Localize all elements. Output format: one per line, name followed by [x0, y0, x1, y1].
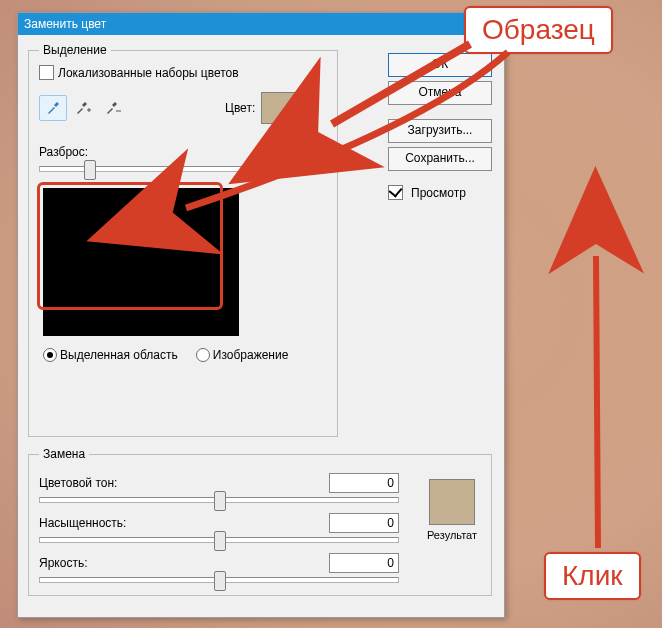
lightness-input[interactable]: 0: [329, 553, 399, 573]
saturation-slider[interactable]: [39, 537, 399, 543]
radio-selection-label: Выделенная область: [60, 348, 178, 362]
radio-image-label: Изображение: [213, 348, 289, 362]
eyedropper-icon: [45, 100, 61, 116]
fuzziness-input[interactable]: 34: [285, 142, 327, 162]
dialog-title: Заменить цвет: [18, 13, 504, 35]
hue-input[interactable]: 0: [329, 473, 399, 493]
selection-group: Выделение Локализованные наборы цветов: [28, 43, 338, 437]
lightness-thumb[interactable]: [214, 571, 226, 591]
selection-preview: ◆▪: [43, 188, 239, 336]
save-button[interactable]: Сохранить...: [388, 147, 492, 171]
lightness-slider[interactable]: [39, 577, 399, 583]
lightness-label: Яркость:: [39, 556, 147, 570]
radio-selection[interactable]: Выделенная область: [43, 348, 178, 362]
hue-slider[interactable]: [39, 497, 399, 503]
localized-colors-row[interactable]: Локализованные наборы цветов: [39, 65, 327, 80]
radio-dot-icon: [196, 348, 210, 362]
saturation-input[interactable]: 0: [329, 513, 399, 533]
hue-label: Цветовой тон:: [39, 476, 147, 490]
ok-button[interactable]: ОК: [388, 53, 492, 77]
preview-checkbox-label: Просмотр: [411, 186, 466, 200]
eyedropper-add-tool[interactable]: [69, 95, 97, 121]
selection-group-legend: Выделение: [39, 43, 111, 57]
localized-colors-checkbox[interactable]: [39, 65, 54, 80]
replace-color-dialog: Заменить цвет Выделение Локализованные н…: [17, 12, 505, 618]
radio-image[interactable]: Изображение: [196, 348, 289, 362]
eyedropper-tool[interactable]: [39, 95, 67, 121]
fuzziness-label: Разброс:: [39, 145, 88, 159]
preview-checkbox[interactable]: [388, 185, 403, 200]
localized-colors-label: Локализованные наборы цветов: [58, 66, 239, 80]
result-label: Результат: [423, 529, 481, 541]
load-button[interactable]: Загрузить...: [388, 119, 492, 143]
color-swatch-label: Цвет:: [225, 101, 255, 115]
preview-checkbox-row[interactable]: Просмотр: [388, 185, 492, 200]
saturation-label: Насыщенность:: [39, 516, 147, 530]
replacement-group-legend: Замена: [39, 447, 89, 461]
eyedropper-subtract-tool[interactable]: [99, 95, 127, 121]
color-swatch[interactable]: [261, 92, 297, 124]
result-swatch[interactable]: [429, 479, 475, 525]
eyedropper-minus-icon: [105, 100, 121, 116]
replacement-group: Замена Цветовой тон: 0 Насыщенность: 0: [28, 447, 492, 596]
saturation-thumb[interactable]: [214, 531, 226, 551]
fuzziness-thumb[interactable]: [84, 160, 96, 180]
radio-dot-icon: [43, 348, 57, 362]
hue-thumb[interactable]: [214, 491, 226, 511]
cancel-button[interactable]: Отмена: [388, 81, 492, 105]
annotation-click-label: Клик: [544, 552, 641, 600]
fuzziness-slider[interactable]: [39, 166, 327, 172]
annotation-highlight-rect: [37, 182, 223, 310]
annotation-sample-label: Образец: [464, 6, 613, 54]
eyedropper-plus-icon: [75, 100, 91, 116]
